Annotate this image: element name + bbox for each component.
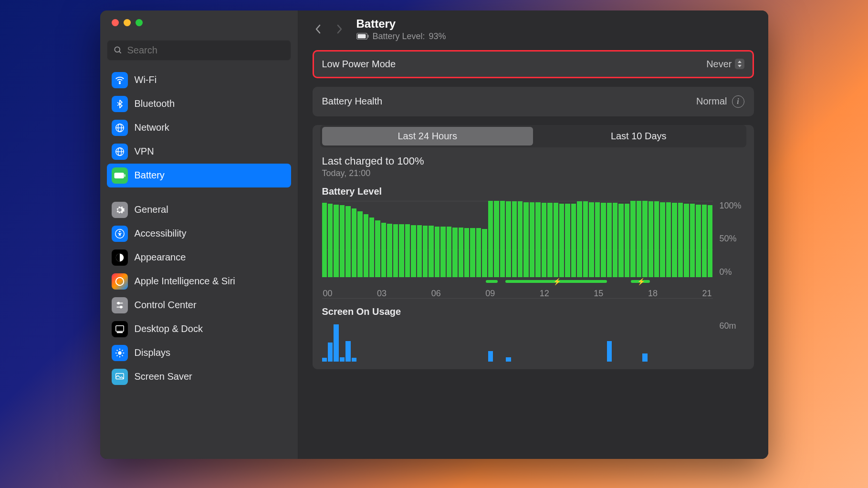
svg-marker-34: [738, 61, 742, 63]
usage-bar: [328, 343, 333, 362]
sidebar-item-wi-fi[interactable]: Wi-Fi: [107, 68, 291, 92]
battery-bar: [459, 228, 463, 277]
back-button[interactable]: [312, 22, 325, 36]
vpn-icon: [112, 144, 128, 160]
sidebar-item-screen-saver[interactable]: Screen Saver: [107, 365, 291, 389]
battery-bar: [637, 201, 641, 277]
sidebar-item-label: Bluetooth: [135, 98, 175, 109]
svg-point-18: [120, 306, 122, 308]
ytick: 0%: [720, 267, 744, 277]
battery-bar: [696, 205, 701, 277]
low-power-mode-popup[interactable]: Never: [706, 59, 744, 70]
header: Battery Battery Level: 93%: [298, 10, 768, 47]
svg-point-0: [115, 47, 120, 52]
battery-bar: [494, 201, 499, 277]
ytick: 50%: [720, 234, 744, 244]
battery-bar: [702, 205, 707, 277]
sidebar-item-appearance[interactable]: Appearance: [107, 246, 291, 270]
battery-bar: [369, 218, 374, 277]
usage-bar: [340, 357, 345, 362]
sidebar-item-label: Battery: [135, 170, 165, 181]
sidebar-item-desktop-dock[interactable]: Desktop & Dock: [107, 317, 291, 341]
sidebar-item-label: Appearance: [135, 252, 186, 263]
svg-point-21: [118, 351, 121, 354]
bluetooth-icon: [112, 96, 128, 112]
battery-bar: [429, 226, 433, 277]
usage-bar: [488, 351, 493, 361]
screen-on-yaxis: 60m: [720, 321, 744, 362]
sidebar-item-bluetooth[interactable]: Bluetooth: [107, 92, 291, 116]
battery-bar: [357, 211, 362, 277]
charging-segment: [486, 280, 498, 283]
dock-icon: [112, 321, 128, 337]
battery-bar: [630, 201, 635, 277]
settings-window: Wi-FiBluetoothNetworkVPNBatteryGeneralAc…: [100, 10, 768, 459]
minimize-button[interactable]: [124, 19, 131, 26]
battery-bar: [554, 203, 558, 277]
battery-bar: [411, 225, 416, 277]
sidebar-item-battery[interactable]: Battery: [107, 164, 291, 187]
sidebar-item-control-center[interactable]: Control Center: [107, 293, 291, 317]
sidebar-item-displays[interactable]: Displays: [107, 341, 291, 365]
battery-bar: [583, 201, 588, 277]
info-icon[interactable]: i: [732, 95, 744, 108]
ytick: 60m: [720, 321, 744, 331]
sidebar-item-accessibility[interactable]: Accessibility: [107, 222, 291, 246]
close-button[interactable]: [112, 19, 119, 26]
battery-level-bars: [322, 201, 713, 277]
low-power-mode-row[interactable]: Low Power Mode Never: [313, 50, 754, 78]
battery-bar: [523, 202, 528, 277]
sidebar-item-label: Accessibility: [135, 228, 187, 239]
sidebar-item-apple-intelligence-siri[interactable]: Apple Intelligence & Siri: [107, 270, 291, 293]
sidebar-item-vpn[interactable]: VPN: [107, 140, 291, 164]
battery-health-label: Battery Health: [322, 96, 383, 107]
battery-health-row[interactable]: Battery Health Normal i: [313, 87, 754, 116]
usage-bar: [345, 341, 350, 362]
segment-last-10-days[interactable]: Last 10 Days: [533, 127, 744, 145]
svg-line-29: [122, 350, 123, 351]
battery-bar: [601, 203, 606, 277]
charging-track: ⚡⚡: [322, 279, 713, 284]
battery-bar: [405, 224, 410, 277]
sidebar-item-general[interactable]: General: [107, 198, 291, 222]
battery-bar: [618, 204, 623, 277]
ytick: 100%: [720, 201, 744, 211]
sidebar-item-label: Wi-Fi: [135, 74, 157, 85]
forward-button[interactable]: [333, 22, 346, 36]
time-range-segmented: Last 24 Hours Last 10 Days: [320, 125, 746, 147]
usage-bar: [506, 357, 511, 362]
sidebar-item-label: Screen Saver: [135, 371, 192, 382]
sidebar-item-network[interactable]: Network: [107, 116, 291, 140]
page-title: Battery: [356, 17, 446, 31]
svg-line-27: [122, 355, 123, 356]
battery-bar: [672, 203, 677, 277]
screensaver-icon: [112, 369, 128, 385]
battery-bar: [506, 201, 511, 277]
search-field[interactable]: [107, 40, 291, 61]
battery-level-label: Battery Level:: [373, 31, 425, 42]
battery-bar: [464, 228, 469, 277]
battery-bar: [690, 204, 695, 277]
battery-bar: [399, 224, 404, 277]
search-input[interactable]: [127, 45, 285, 56]
popup-chevron-icon: [735, 59, 744, 69]
main-pane: Battery Battery Level: 93% Low Power Mod…: [298, 10, 768, 459]
segment-last-24-hours[interactable]: Last 24 Hours: [322, 127, 533, 145]
usage-bar: [607, 341, 612, 362]
battery-bar: [577, 201, 582, 277]
siri-icon: [112, 273, 128, 290]
window-controls: [100, 10, 298, 31]
screen-on-bars: [322, 321, 713, 362]
battery-level-chart: Battery Level ⚡⚡ 0003060912151821 100%50…: [313, 186, 754, 306]
svg-rect-33: [357, 34, 366, 39]
battery-bar: [393, 224, 398, 277]
battery-bar: [530, 202, 534, 277]
svg-line-1: [119, 52, 121, 53]
battery-bar: [512, 201, 517, 277]
sidebar-item-label: Network: [135, 122, 169, 133]
page-subtitle: Battery Level: 93%: [356, 31, 446, 42]
battery-bar: [678, 203, 683, 277]
fullscreen-button[interactable]: [136, 19, 143, 26]
usage-bar: [642, 353, 647, 362]
battery-bar: [648, 201, 653, 277]
